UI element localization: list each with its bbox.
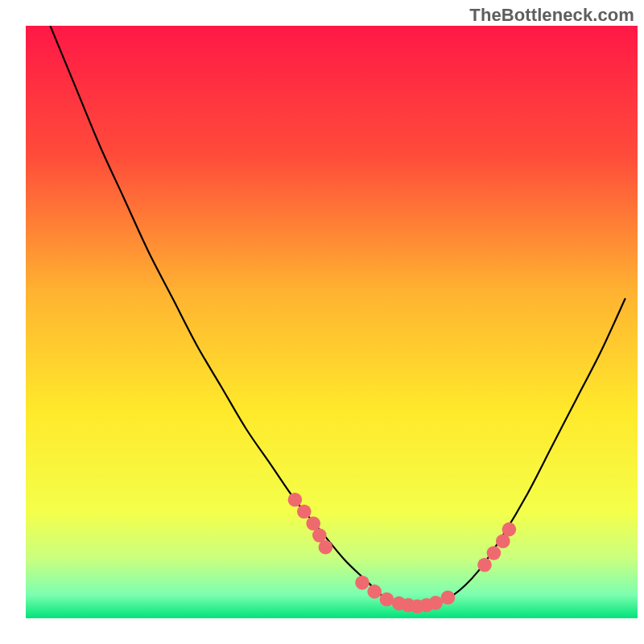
highlight-dot (441, 590, 456, 605)
highlight-dot (477, 558, 492, 572)
attribution-label: TheBottleneck.com (469, 5, 634, 26)
chart-canvas (0, 0, 644, 644)
highlight-dot (288, 493, 303, 507)
highlight-dot (428, 596, 443, 610)
highlight-dot (367, 584, 382, 599)
chart-background (26, 26, 638, 618)
highlight-dot (380, 592, 394, 607)
bottleneck-chart: TheBottleneck.com (0, 0, 644, 644)
highlight-dot (487, 546, 502, 560)
highlight-dot (297, 505, 312, 519)
highlight-dot (319, 540, 333, 555)
highlight-dot (355, 576, 369, 590)
highlight-dot (502, 522, 517, 537)
